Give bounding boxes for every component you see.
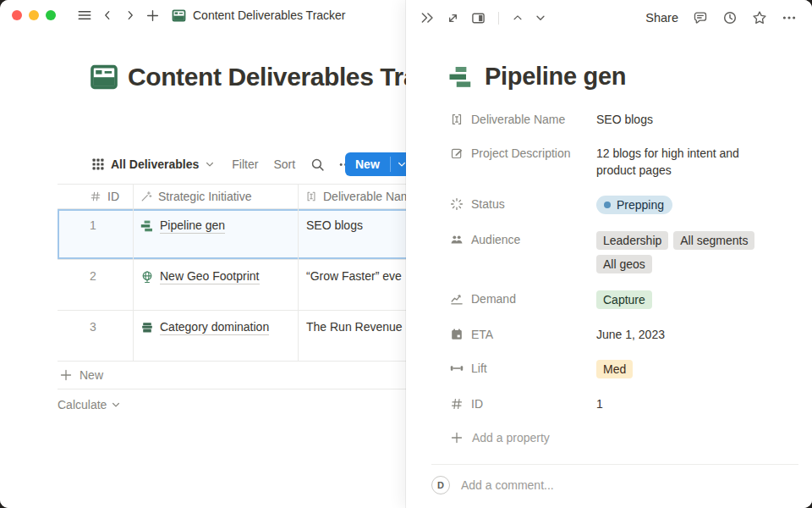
column-label: Strategic Initiative <box>158 190 252 203</box>
property-value[interactable]: Prepping <box>596 196 776 214</box>
property-label-text: Audience <box>471 231 520 248</box>
property-label[interactable]: ID <box>450 395 596 412</box>
expand-page-icon[interactable] <box>446 11 460 25</box>
property-row-audience: AudienceLeadershipAll segmentsAll geos <box>450 225 812 279</box>
property-label[interactable]: Project Description <box>450 145 596 162</box>
cell-id[interactable]: 3 <box>58 311 134 361</box>
property-value[interactable]: LeadershipAll segmentsAll geos <box>596 231 776 273</box>
property-label-text: Project Description <box>471 145 571 162</box>
property-row-eta: ETAJune 1, 2023 <box>450 320 812 349</box>
nav-back-button[interactable] <box>96 4 118 26</box>
globe-icon <box>140 270 154 284</box>
record-bars-icon[interactable] <box>448 64 474 90</box>
property-label[interactable]: Lift <box>450 360 596 377</box>
relation-link[interactable]: New Geo Footprint <box>160 269 260 284</box>
wand-icon <box>140 190 152 202</box>
property-label-text: Status <box>471 196 505 213</box>
zoom-window-button[interactable] <box>46 10 56 20</box>
close-window-button[interactable] <box>12 10 22 20</box>
property-label[interactable]: Status <box>450 196 596 213</box>
sort-button[interactable]: Sort <box>273 157 295 171</box>
property-value[interactable]: 12 blogs for high intent and product pag… <box>596 145 776 179</box>
share-button[interactable]: Share <box>645 11 678 25</box>
property-value[interactable]: June 1, 2023 <box>596 326 776 343</box>
calendar-icon <box>450 328 464 341</box>
cell-strategic-initiative[interactable]: Category domination <box>134 311 299 361</box>
plus-icon <box>450 431 464 444</box>
property-label-text: Deliverable Name <box>471 111 565 128</box>
plus-icon <box>145 8 160 23</box>
edit-icon <box>450 146 464 160</box>
minimize-window-button[interactable] <box>29 10 39 20</box>
property-value[interactable]: Capture <box>596 290 776 309</box>
burst-icon <box>450 197 464 211</box>
filter-button[interactable]: Filter <box>232 157 258 171</box>
property-row-demand: DemandCapture <box>450 284 812 315</box>
property-label[interactable]: ETA <box>450 326 596 343</box>
favorite-star-icon[interactable] <box>752 10 767 25</box>
property-value[interactable]: 1 <box>596 395 776 412</box>
toolbar-divider <box>498 12 499 25</box>
previous-record-icon[interactable] <box>512 12 524 24</box>
breadcrumb[interactable]: Content Deliverables Tracker <box>172 8 346 23</box>
tag-pill[interactable]: All segments <box>673 231 754 250</box>
status-dot <box>604 202 611 208</box>
tag-pill[interactable]: Leadership <box>596 231 668 250</box>
new-tab-button[interactable] <box>141 4 164 26</box>
relation-link[interactable]: Category domination <box>160 320 269 335</box>
next-record-icon[interactable] <box>535 12 546 24</box>
cell-strategic-initiative[interactable]: Pipeline gen <box>134 209 299 259</box>
property-value[interactable]: SEO blogs <box>596 111 776 128</box>
property-label[interactable]: Demand <box>450 290 596 307</box>
comment-row[interactable]: D Add a comment... <box>431 476 812 494</box>
property-label-text: Lift <box>471 360 487 377</box>
comment-input[interactable]: Add a comment... <box>461 478 554 492</box>
record-title[interactable]: Pipeline gen <box>485 63 626 91</box>
property-value[interactable]: Med <box>596 360 776 378</box>
column-header-strategic-initiative[interactable]: Strategic Initiative <box>134 185 299 208</box>
property-row-deliverable-name: Deliverable NameSEO blogs <box>450 105 812 134</box>
add-property-label: Add a property <box>472 431 550 444</box>
comments-icon[interactable] <box>693 10 708 25</box>
side-peek-mode-icon[interactable] <box>471 11 486 25</box>
property-label[interactable]: Deliverable Name <box>450 111 596 128</box>
property-row-status: StatusPrepping <box>450 190 812 220</box>
select-pill[interactable]: Med <box>596 360 633 378</box>
property-label-text: Demand <box>471 290 516 307</box>
record-header: Pipeline gen <box>448 63 812 91</box>
column-label: ID <box>107 190 119 203</box>
title-icon <box>450 113 464 126</box>
page-table-icon[interactable] <box>90 63 118 91</box>
calculate-label: Calculate <box>58 398 107 411</box>
relation-link[interactable]: Pipeline gen <box>160 218 225 234</box>
chevron-right-icon <box>124 9 136 21</box>
view-name: All Deliverables <box>111 157 199 171</box>
status-pill[interactable]: Prepping <box>596 196 672 214</box>
app-window: Content Deliverables Tracker Content Del… <box>0 0 812 508</box>
cell-id[interactable]: 1 <box>58 209 134 259</box>
more-options-icon[interactable] <box>782 10 797 25</box>
updates-history-icon[interactable] <box>722 10 738 25</box>
cell-strategic-initiative[interactable]: New Geo Footprint <box>134 260 299 310</box>
property-label-text: ETA <box>471 326 493 343</box>
search-icon[interactable] <box>310 157 325 172</box>
nav-forward-button[interactable] <box>118 4 141 26</box>
add-property-button[interactable]: Add a property <box>450 423 812 452</box>
books-icon <box>140 321 154 334</box>
cell-id[interactable]: 2 <box>58 260 134 310</box>
column-header-id[interactable]: ID <box>58 185 134 208</box>
plus-icon <box>59 368 73 382</box>
property-label[interactable]: Audience <box>450 231 596 248</box>
new-row-label: New <box>80 368 103 382</box>
view-tab-all-deliverables[interactable]: All Deliverables <box>91 157 215 171</box>
tag-pill[interactable]: All geos <box>596 255 652 273</box>
side-peek-panel: Share Pipeline gen Deliverable NameSEO b… <box>406 0 812 508</box>
chart-icon <box>450 292 464 306</box>
new-record-button[interactable]: New <box>345 152 413 176</box>
select-pill[interactable]: Capture <box>596 290 652 309</box>
table-view-icon <box>91 157 105 171</box>
close-peek-icon[interactable] <box>420 10 435 25</box>
divider <box>431 464 798 465</box>
sidebar-toggle-button[interactable] <box>73 4 96 26</box>
title-icon <box>305 190 317 202</box>
